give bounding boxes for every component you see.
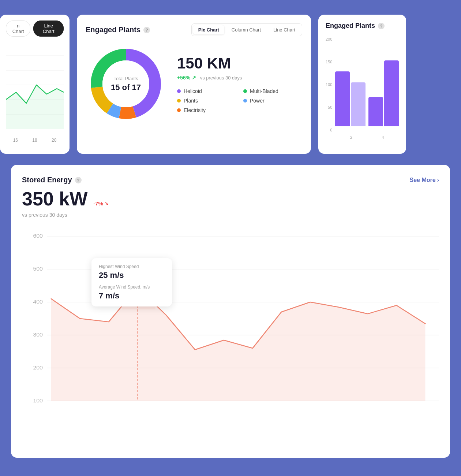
svg-text:100: 100 (33, 398, 43, 404)
y-label-200: 200 (326, 37, 332, 41)
middle-card-title: Engaged Plants ? (86, 26, 150, 34)
right-bar-chart: 200 150 100 50 0 (326, 37, 399, 140)
change-negative: -7% ↘ (93, 200, 109, 207)
line-chart-svg: 600 500 400 300 200 100 (22, 229, 439, 419)
chart-info: 150 KM +56% ↗ vs previous 30 days Helico… (177, 55, 302, 113)
legend-dot-helicoid (177, 89, 181, 93)
right-card-title: Engaged Plants ? (326, 22, 399, 30)
bar-x-label-4: 4 (382, 135, 384, 140)
tab-pie-chart[interactable]: Pie Chart (193, 25, 224, 34)
legend-electrisity: Electrisity (177, 107, 236, 113)
bottom-header: Stored Energy ? See More › (22, 176, 439, 184)
svg-text:500: 500 (33, 266, 43, 272)
legend-dot-electrisity (177, 108, 181, 112)
legend-plants: Plants (177, 98, 236, 104)
bars-wrapper: 2 4 (335, 37, 399, 140)
svg-text:300: 300 (33, 332, 43, 338)
big-value: 150 KM (177, 55, 302, 72)
right-help-icon[interactable]: ? (378, 23, 385, 29)
line-chart-container: Highest Wind Speed 25 m/s Average Wind S… (22, 229, 439, 421)
bottom-title: Stored Energy ? (22, 176, 82, 184)
left-chart-area (6, 41, 64, 136)
bars-container (335, 37, 399, 134)
top-section: n Chart Line Chart 16 18 20 (0, 0, 461, 161)
tooltip-title-2: Average Wind Speed, m/s (99, 285, 165, 290)
bar-purple-3 (384, 60, 399, 126)
change-row: +56% ↗ vs previous 30 days (177, 74, 302, 81)
donut-center: Total Plants 15 of 17 (111, 76, 141, 92)
tooltip-value-1: 25 m/s (99, 271, 165, 280)
bar-purple-2 (368, 97, 383, 126)
donut-value: 15 of 17 (111, 83, 141, 92)
y-label-0: 0 (326, 128, 332, 132)
vs-text-main: vs previous 30 days (22, 212, 439, 218)
tooltip-box: Highest Wind Speed 25 m/s Average Wind S… (91, 258, 172, 306)
legend-dot-multi-bladed (243, 89, 247, 93)
bar-x-label-2: 2 (350, 135, 352, 140)
legend-power: Power (243, 98, 302, 104)
middle-help-icon[interactable]: ? (143, 27, 150, 33)
legend-grid: Helicoid Multi-Bladed Plants Power (177, 88, 302, 113)
bar-y-axis: 200 150 100 50 0 (326, 37, 332, 140)
legend-dot-power (243, 99, 247, 103)
y-label-150: 150 (326, 60, 332, 64)
left-card: n Chart Line Chart 16 18 20 (0, 15, 70, 154)
tab-n-chart[interactable]: n Chart (6, 21, 30, 37)
legend-multi-bladed: Multi-Bladed (243, 88, 302, 94)
tab-column-chart[interactable]: Column Chart (226, 25, 266, 34)
tooltip-value-2: 7 m/s (99, 291, 165, 301)
x-label-20: 20 (52, 138, 56, 143)
middle-card-header: Engaged Plants ? Pie Chart Column Chart … (86, 23, 302, 36)
main-big-value: 350 kW (22, 188, 87, 210)
tab-line-chart[interactable]: Line Chart (33, 21, 64, 37)
svg-text:600: 600 (33, 233, 43, 239)
change-positive: +56% ↗ (177, 75, 196, 81)
y-label-100: 100 (326, 82, 332, 87)
trend-up-icon: ↗ (192, 75, 196, 81)
donut-chart: Total Plants 15 of 17 (86, 44, 166, 124)
bar-lavender-1 (351, 82, 366, 126)
x-label-16: 16 (13, 138, 18, 143)
bar-purple-1 (335, 71, 350, 126)
bottom-help-icon[interactable]: ? (75, 177, 82, 183)
legend-dot-plants (177, 99, 181, 103)
bar-x-labels: 2 4 (335, 135, 399, 140)
see-more-link[interactable]: See More › (410, 177, 439, 183)
tooltip-title-1: Highest Wind Speed (99, 264, 165, 269)
legend-helicoid: Helicoid (177, 88, 236, 94)
vs-text: vs previous 30 days (200, 75, 242, 81)
right-card: Engaged Plants ? 200 150 100 50 0 (318, 15, 406, 154)
svg-text:200: 200 (33, 365, 43, 371)
y-label-50: 50 (326, 105, 332, 109)
svg-text:400: 400 (33, 299, 43, 305)
x-label-18: 18 (32, 138, 37, 143)
trend-down-icon: ↘ (105, 201, 109, 206)
donut-label: Total Plants (111, 76, 141, 81)
chart-type-tabs: Pie Chart Column Chart Line Chart (191, 23, 302, 36)
bottom-section: Stored Energy ? See More › 350 kW -7% ↘ … (11, 165, 450, 458)
chevron-right-icon: › (437, 177, 439, 183)
tab-line-chart-middle[interactable]: Line Chart (268, 25, 300, 34)
bar-group-2 (368, 60, 399, 126)
middle-card: Engaged Plants ? Pie Chart Column Chart … (77, 15, 311, 154)
middle-card-body: Total Plants 15 of 17 150 KM +56% ↗ vs p… (86, 44, 302, 124)
left-card-tabs: n Chart Line Chart (6, 21, 64, 37)
main-value-row: 350 kW -7% ↘ (22, 188, 439, 210)
left-x-labels: 16 18 20 (6, 138, 64, 143)
bar-group-1 (335, 71, 366, 126)
